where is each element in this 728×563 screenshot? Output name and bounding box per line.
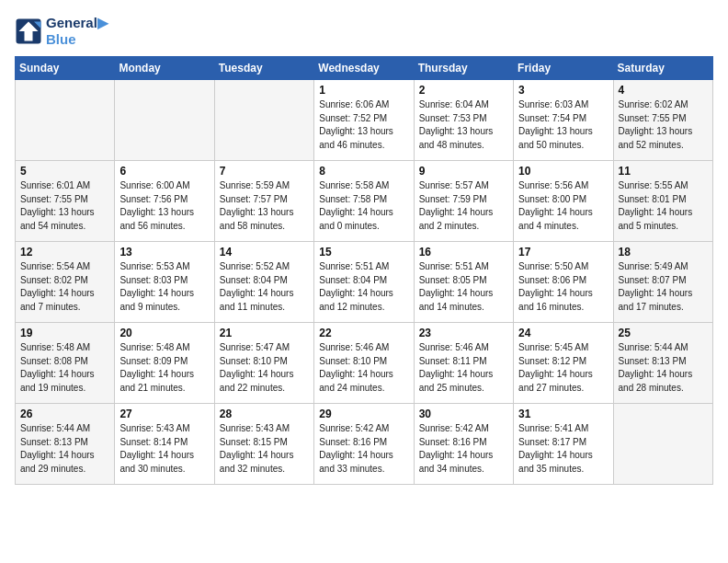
calendar-cell: 9Sunrise: 5:57 AM Sunset: 7:59 PM Daylig…	[414, 161, 513, 242]
logo-text: General▶ Blue	[46, 15, 108, 47]
calendar-cell: 12Sunrise: 5:54 AM Sunset: 8:02 PM Dayli…	[16, 242, 115, 323]
day-number: 29	[319, 408, 408, 420]
day-number: 9	[419, 165, 508, 178]
day-number: 22	[319, 327, 408, 339]
calendar-cell: 1Sunrise: 6:06 AM Sunset: 7:52 PM Daylig…	[314, 80, 414, 161]
calendar-cell: 24Sunrise: 5:45 AM Sunset: 8:12 PM Dayli…	[514, 323, 613, 404]
logo: General▶ Blue	[15, 15, 108, 47]
cell-info: Sunrise: 5:48 AM Sunset: 8:08 PM Dayligh…	[20, 341, 109, 395]
cell-info: Sunrise: 5:44 AM Sunset: 8:13 PM Dayligh…	[619, 341, 708, 395]
day-number: 19	[20, 327, 109, 339]
cell-info: Sunrise: 5:51 AM Sunset: 8:04 PM Dayligh…	[319, 260, 408, 314]
calendar-cell: 5Sunrise: 6:01 AM Sunset: 7:55 PM Daylig…	[16, 161, 115, 242]
calendar-cell	[16, 80, 115, 161]
cell-info: Sunrise: 6:02 AM Sunset: 7:55 PM Dayligh…	[619, 98, 708, 152]
cell-info: Sunrise: 5:46 AM Sunset: 8:10 PM Dayligh…	[319, 341, 408, 395]
calendar-cell: 20Sunrise: 5:48 AM Sunset: 8:09 PM Dayli…	[115, 323, 214, 404]
cell-info: Sunrise: 5:55 AM Sunset: 8:01 PM Dayligh…	[619, 179, 708, 233]
calendar-cell: 26Sunrise: 5:44 AM Sunset: 8:13 PM Dayli…	[16, 404, 115, 485]
day-number: 3	[518, 84, 608, 97]
calendar-cell: 29Sunrise: 5:42 AM Sunset: 8:16 PM Dayli…	[314, 404, 414, 485]
calendar-cell: 22Sunrise: 5:46 AM Sunset: 8:10 PM Dayli…	[314, 323, 414, 404]
calendar-header-cell: Thursday	[414, 57, 513, 80]
day-number: 11	[619, 165, 708, 178]
day-number: 5	[20, 165, 109, 178]
calendar-cell: 31Sunrise: 5:41 AM Sunset: 8:17 PM Dayli…	[514, 404, 613, 485]
day-number: 20	[119, 327, 209, 339]
day-number: 6	[119, 165, 209, 178]
cell-info: Sunrise: 5:54 AM Sunset: 8:02 PM Dayligh…	[20, 260, 109, 314]
calendar-cell: 13Sunrise: 5:53 AM Sunset: 8:03 PM Dayli…	[115, 242, 214, 323]
calendar-header-cell: Sunday	[16, 57, 115, 80]
day-number: 8	[319, 165, 408, 178]
cell-info: Sunrise: 5:47 AM Sunset: 8:10 PM Dayligh…	[220, 341, 309, 395]
calendar-week-row: 5Sunrise: 6:01 AM Sunset: 7:55 PM Daylig…	[16, 161, 713, 242]
cell-info: Sunrise: 5:49 AM Sunset: 8:07 PM Dayligh…	[619, 260, 708, 314]
calendar-cell: 23Sunrise: 5:46 AM Sunset: 8:11 PM Dayli…	[414, 323, 513, 404]
calendar-cell: 27Sunrise: 5:43 AM Sunset: 8:14 PM Dayli…	[115, 404, 214, 485]
calendar-table: SundayMondayTuesdayWednesdayThursdayFrid…	[15, 56, 713, 485]
cell-info: Sunrise: 6:01 AM Sunset: 7:55 PM Dayligh…	[20, 179, 109, 233]
day-number: 1	[319, 84, 408, 97]
cell-info: Sunrise: 5:43 AM Sunset: 8:14 PM Dayligh…	[119, 422, 209, 476]
calendar-cell	[613, 404, 712, 485]
day-number: 27	[119, 408, 209, 420]
cell-info: Sunrise: 5:48 AM Sunset: 8:09 PM Dayligh…	[119, 341, 209, 395]
calendar-cell: 11Sunrise: 5:55 AM Sunset: 8:01 PM Dayli…	[613, 161, 712, 242]
cell-info: Sunrise: 5:51 AM Sunset: 8:05 PM Dayligh…	[419, 260, 508, 314]
calendar-cell: 17Sunrise: 5:50 AM Sunset: 8:06 PM Dayli…	[514, 242, 613, 323]
calendar-cell: 7Sunrise: 5:59 AM Sunset: 7:57 PM Daylig…	[214, 161, 313, 242]
calendar-cell	[115, 80, 214, 161]
calendar-header-row: SundayMondayTuesdayWednesdayThursdayFrid…	[16, 57, 713, 80]
calendar-header-cell: Tuesday	[214, 57, 313, 80]
calendar-header-cell: Monday	[115, 57, 214, 80]
cell-info: Sunrise: 5:53 AM Sunset: 8:03 PM Dayligh…	[119, 260, 209, 314]
calendar-cell: 10Sunrise: 5:56 AM Sunset: 8:00 PM Dayli…	[514, 161, 613, 242]
calendar-cell: 28Sunrise: 5:43 AM Sunset: 8:15 PM Dayli…	[214, 404, 313, 485]
logo-icon	[15, 17, 42, 45]
day-number: 28	[220, 408, 309, 420]
cell-info: Sunrise: 5:42 AM Sunset: 8:16 PM Dayligh…	[319, 422, 408, 476]
calendar-header-cell: Saturday	[613, 57, 712, 80]
day-number: 17	[518, 246, 608, 259]
day-number: 4	[619, 84, 708, 97]
day-number: 10	[518, 165, 608, 178]
day-number: 14	[220, 246, 309, 259]
calendar-cell: 16Sunrise: 5:51 AM Sunset: 8:05 PM Dayli…	[414, 242, 513, 323]
day-number: 13	[119, 246, 209, 259]
calendar-cell: 19Sunrise: 5:48 AM Sunset: 8:08 PM Dayli…	[16, 323, 115, 404]
day-number: 15	[319, 246, 408, 259]
day-number: 2	[419, 84, 508, 97]
day-number: 24	[518, 327, 608, 339]
calendar-cell: 21Sunrise: 5:47 AM Sunset: 8:10 PM Dayli…	[214, 323, 313, 404]
cell-info: Sunrise: 5:43 AM Sunset: 8:15 PM Dayligh…	[220, 422, 309, 476]
day-number: 25	[619, 327, 708, 339]
calendar-cell: 2Sunrise: 6:04 AM Sunset: 7:53 PM Daylig…	[414, 80, 513, 161]
day-number: 21	[220, 327, 309, 339]
calendar-cell: 30Sunrise: 5:42 AM Sunset: 8:16 PM Dayli…	[414, 404, 513, 485]
day-number: 12	[20, 246, 109, 259]
calendar-header-cell: Wednesday	[314, 57, 414, 80]
cell-info: Sunrise: 5:45 AM Sunset: 8:12 PM Dayligh…	[518, 341, 608, 395]
day-number: 23	[419, 327, 508, 339]
calendar-cell: 6Sunrise: 6:00 AM Sunset: 7:56 PM Daylig…	[115, 161, 214, 242]
cell-info: Sunrise: 6:00 AM Sunset: 7:56 PM Dayligh…	[119, 179, 209, 233]
calendar-body: 1Sunrise: 6:06 AM Sunset: 7:52 PM Daylig…	[16, 80, 713, 485]
cell-info: Sunrise: 5:42 AM Sunset: 8:16 PM Dayligh…	[419, 422, 508, 476]
cell-info: Sunrise: 5:52 AM Sunset: 8:04 PM Dayligh…	[220, 260, 309, 314]
cell-info: Sunrise: 5:58 AM Sunset: 7:58 PM Dayligh…	[319, 179, 408, 233]
day-number: 30	[419, 408, 508, 420]
calendar-week-row: 26Sunrise: 5:44 AM Sunset: 8:13 PM Dayli…	[16, 404, 713, 485]
day-number: 18	[619, 246, 708, 259]
cell-info: Sunrise: 5:56 AM Sunset: 8:00 PM Dayligh…	[518, 179, 608, 233]
cell-info: Sunrise: 5:57 AM Sunset: 7:59 PM Dayligh…	[419, 179, 508, 233]
day-number: 26	[20, 408, 109, 420]
page-header: General▶ Blue	[15, 15, 713, 47]
calendar-cell: 3Sunrise: 6:03 AM Sunset: 7:54 PM Daylig…	[514, 80, 613, 161]
calendar-cell: 25Sunrise: 5:44 AM Sunset: 8:13 PM Dayli…	[613, 323, 712, 404]
calendar-cell: 18Sunrise: 5:49 AM Sunset: 8:07 PM Dayli…	[613, 242, 712, 323]
calendar-week-row: 12Sunrise: 5:54 AM Sunset: 8:02 PM Dayli…	[16, 242, 713, 323]
cell-info: Sunrise: 6:06 AM Sunset: 7:52 PM Dayligh…	[319, 98, 408, 152]
cell-info: Sunrise: 5:44 AM Sunset: 8:13 PM Dayligh…	[20, 422, 109, 476]
calendar-cell: 15Sunrise: 5:51 AM Sunset: 8:04 PM Dayli…	[314, 242, 414, 323]
